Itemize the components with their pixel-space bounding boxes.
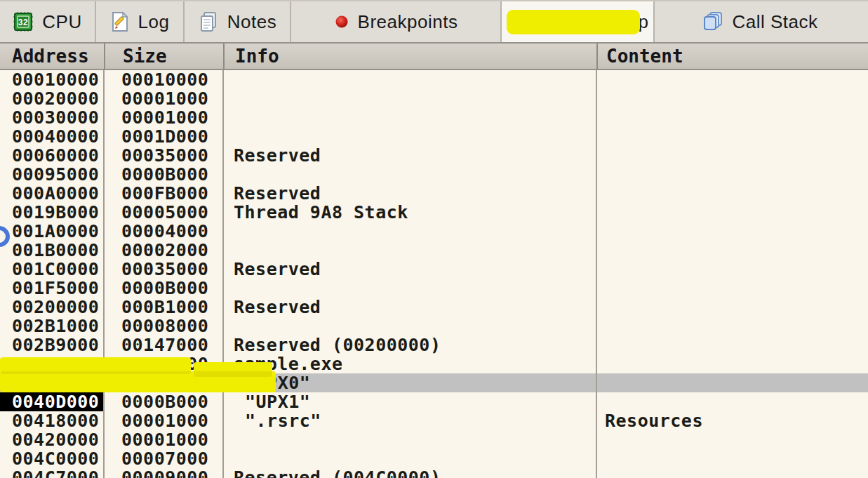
cell-info (223, 89, 596, 108)
tab-call-stack[interactable]: Call Stack (655, 1, 866, 42)
cell-info (223, 430, 596, 449)
svg-text:32: 32 (18, 18, 28, 27)
cell-address: 00420000 (0, 430, 104, 449)
cell-size: 000B1000 (104, 298, 223, 317)
cell-content (596, 241, 868, 260)
memory-map-icon (507, 13, 530, 31)
cell-content (596, 165, 868, 184)
cell-content (596, 373, 868, 392)
tab-cpu[interactable]: 32 CPU (0, 1, 96, 42)
column-header-info[interactable]: Info (223, 44, 596, 69)
column-header-content[interactable]: Content (596, 44, 868, 69)
notes-icon (198, 11, 219, 32)
breakpoint-icon (334, 14, 349, 29)
cell-content (596, 222, 868, 241)
cell-size: 00005000 (104, 203, 223, 222)
cell-size: 00009000 (104, 468, 223, 478)
memory-row[interactable]: 000A0000000FB000Reserved (0, 184, 868, 203)
memory-row[interactable]: 000400000001D000 (0, 127, 868, 146)
cell-size: 00001000 (104, 354, 223, 373)
cell-content (596, 260, 868, 279)
memory-row[interactable]: 0019B00000005000Thread 9A8 Stack (0, 203, 868, 222)
cell-address: 00401000 (0, 373, 104, 392)
memory-row[interactable]: 0042000000001000 (0, 430, 868, 449)
cell-size: 00001000 (104, 430, 223, 449)
cell-size: 00004000 (104, 222, 223, 241)
cell-size: 0000B000 (104, 392, 223, 411)
tab-notes[interactable]: Notes (185, 1, 291, 42)
cell-content (596, 449, 868, 468)
tab-label: Log (138, 11, 170, 33)
cell-address: 00040000 (0, 127, 104, 146)
memory-row[interactable]: 000950000000B000 (0, 165, 868, 184)
memory-row[interactable]: 002B100000008000 (0, 317, 868, 336)
cell-content (596, 298, 868, 317)
cell-content (596, 430, 868, 449)
call-stack-icon (702, 11, 723, 32)
cell-content (596, 89, 868, 108)
cell-info: Thread 9A8 Stack (223, 203, 596, 222)
cell-info: Reserved (223, 146, 596, 165)
memory-row[interactable]: 00200000000B1000Reserved (0, 298, 868, 317)
cell-address: 00060000 (0, 146, 104, 165)
cell-info: Reserved (223, 260, 596, 279)
cell-address: 002B1000 (0, 317, 104, 336)
memory-row[interactable]: 001A000000004000 (0, 222, 868, 241)
cell-info (223, 70, 596, 89)
cell-content (596, 127, 868, 146)
cell-info (223, 317, 596, 336)
memory-table-header: Address Size Info Content (0, 44, 868, 70)
cell-size: 0000B000 (104, 279, 223, 298)
cell-info: "UPX1" (223, 392, 596, 411)
memory-row[interactable]: 001C000000035000Reserved (0, 260, 868, 279)
cell-size: 00035000 (104, 260, 223, 279)
cell-content (596, 354, 868, 373)
memory-row[interactable]: 004C700000009000Reserved (004C0000) (0, 468, 868, 478)
cell-size: 0000B000 (104, 165, 223, 184)
cell-content (596, 392, 868, 411)
memory-row[interactable]: 0040D0000000B000"UPX1" (0, 392, 868, 411)
cell-content (596, 203, 868, 222)
memory-row[interactable]: 001F50000000B000 (0, 279, 868, 298)
memory-row[interactable]: 0002000000001000 (0, 89, 868, 108)
cell-size: 00008000 (104, 317, 223, 336)
memory-row[interactable]: 001B000000002000 (0, 241, 868, 260)
memory-row[interactable]: 0003000000001000 (0, 108, 868, 127)
cell-content (596, 184, 868, 203)
memory-row[interactable]: 0040000000001000sample.exe (0, 354, 868, 373)
memory-row[interactable]: 0006000000035000Reserved (0, 146, 868, 165)
cell-size: 00002000 (104, 241, 223, 260)
cell-size: 0000C000 (104, 373, 223, 392)
cell-address: 000A0000 (0, 184, 104, 203)
cell-address: 004C7000 (0, 468, 104, 478)
tab-label: Breakpoints (358, 11, 458, 33)
cell-address: 0019B000 (0, 203, 104, 222)
cell-info (223, 449, 596, 468)
cell-content (596, 146, 868, 165)
tab-label: Call Stack (732, 11, 817, 33)
memory-row[interactable]: 0041800000001000".rsrc"Resources (0, 411, 868, 430)
cell-address: 00095000 (0, 165, 104, 184)
memory-row[interactable]: 004C000000007000 (0, 449, 868, 468)
column-header-address[interactable]: Address (0, 44, 104, 69)
cell-size: 00010000 (104, 70, 223, 89)
memory-row[interactable]: 0001000000010000 (0, 70, 868, 89)
cell-info: ".rsrc" (223, 411, 596, 430)
cell-size: 00035000 (104, 146, 223, 165)
cell-address: 00400000 (0, 354, 104, 373)
cell-content (596, 279, 868, 298)
memory-table-body: 0001000000010000000200000000100000030000… (0, 70, 868, 478)
tab-log[interactable]: Log (96, 1, 185, 42)
cell-address: 004C0000 (0, 449, 104, 468)
tab-label: Notes (227, 11, 276, 33)
column-divider (596, 70, 597, 478)
cell-info (223, 127, 596, 146)
tab-memory-map[interactable]: Memory Map (502, 1, 655, 42)
memory-row[interactable]: 002B900000147000Reserved (00200000) (0, 336, 868, 354)
memory-row[interactable]: 004010000000C000"UPX0" (0, 373, 868, 392)
column-divider (222, 70, 224, 478)
column-header-size[interactable]: Size (104, 44, 223, 69)
cell-size: 00007000 (104, 449, 223, 468)
tab-breakpoints[interactable]: Breakpoints (291, 1, 502, 42)
cell-address: 001C0000 (0, 260, 104, 279)
